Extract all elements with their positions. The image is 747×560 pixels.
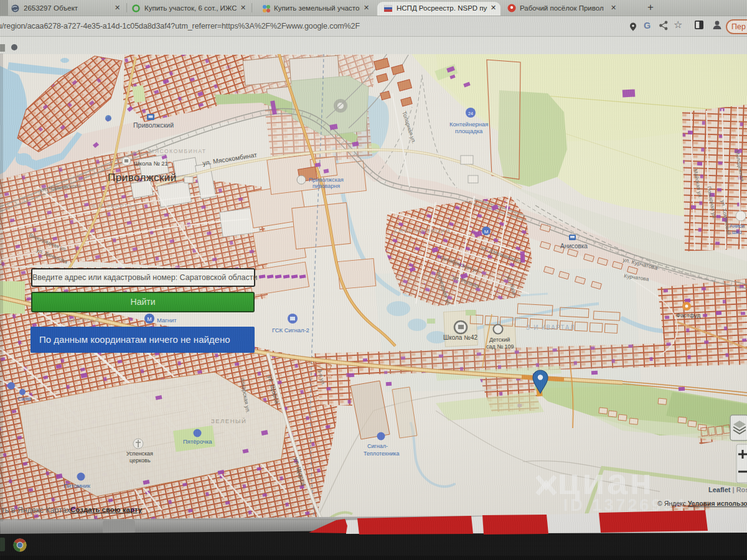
- svg-text:Аниси: Аниси: [730, 223, 745, 229]
- svg-text:Приволжская: Приволжская: [309, 177, 344, 183]
- svg-text:Сигнал-: Сигнал-: [367, 443, 388, 449]
- svg-text:Школа №: Школа №: [443, 334, 471, 341]
- svg-text:Приволжский: Приволжский: [133, 121, 174, 129]
- svg-text:24: 24: [468, 111, 473, 116]
- svg-text:Пятёрочка: Пятёрочка: [183, 438, 212, 445]
- svg-text:42: 42: [471, 334, 478, 341]
- svg-text:Приволжский: Приволжский: [108, 172, 177, 184]
- svg-text:Контейнерная: Контейнерная: [449, 121, 488, 128]
- svg-text:Детский: Детский: [489, 337, 510, 343]
- svg-text:МЯСОКОМБИНАТ: МЯСОКОМБИНАТ: [149, 148, 207, 154]
- svg-text:З-И КВАРТАЛ: З-И КВАРТАЛ: [526, 324, 575, 331]
- svg-text:Анисовка: Анисовка: [560, 243, 588, 250]
- svg-text:сад № 109: сад № 109: [486, 343, 514, 350]
- svg-text:ГСК Сигнал-2: ГСК Сигнал-2: [272, 327, 309, 334]
- svg-text:ЗЕЛЕНЫЙ: ЗЕЛЕНЫЙ: [211, 418, 247, 424]
- svg-text:Питомник: Питомник: [63, 482, 91, 489]
- svg-text:М: М: [484, 229, 489, 235]
- svg-text:Школа № 21: Школа № 21: [134, 160, 168, 167]
- svg-text:ХЖКА МИЛИЦИЯ: ХЖКА МИЛИЦИЯ: [393, 228, 451, 234]
- svg-text:Фастфуд: Фастфуд: [676, 312, 701, 319]
- svg-text:Сияв: Сияв: [17, 395, 31, 402]
- svg-text:пивоварня: пивоварня: [312, 183, 340, 189]
- svg-text:М: М: [147, 316, 152, 322]
- svg-text:церковь: церковь: [129, 457, 151, 464]
- svg-text:В КВАРТАЛ: В КВАРТАЛ: [61, 317, 100, 324]
- svg-text:площадка: площадка: [455, 128, 483, 134]
- svg-text:Теплотехника: Теплотехника: [364, 450, 400, 457]
- svg-text:Магнит: Магнит: [157, 317, 177, 324]
- svg-text:шко: шко: [732, 229, 742, 235]
- svg-text:Успенская: Успенская: [126, 450, 153, 457]
- svg-text:8-Й КВАРТАЛ: 8-Й КВАРТАЛ: [92, 202, 138, 209]
